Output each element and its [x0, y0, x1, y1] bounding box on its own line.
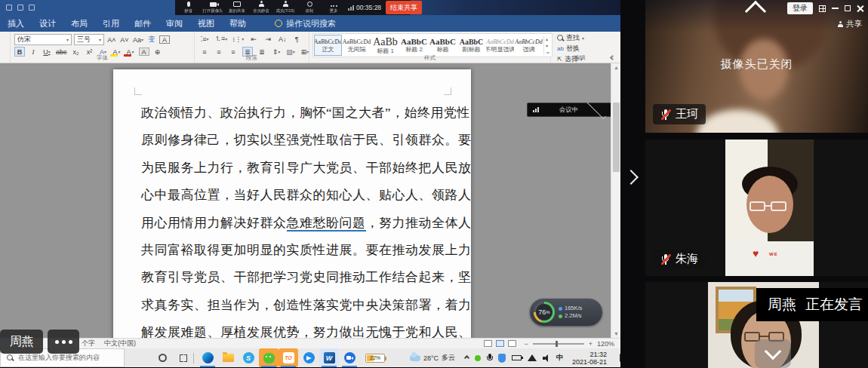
phonetic-guide-icon[interactable]: 变	[146, 35, 157, 44]
increase-indent-icon[interactable]: ⇥	[263, 34, 273, 44]
record-button[interactable]: 录制	[300, 1, 319, 14]
members-button[interactable]: 成员(7/15)	[275, 1, 295, 14]
tab-layout[interactable]: 布局	[63, 15, 95, 32]
tab-design[interactable]: 设计	[32, 15, 63, 32]
read-mode-icon[interactable]	[484, 340, 492, 347]
grow-font-icon[interactable]: A˄	[106, 35, 117, 44]
share-button[interactable]: 共享	[837, 19, 862, 29]
layout-grid-icon[interactable]	[819, 5, 826, 12]
tray-wifi-icon[interactable]	[528, 354, 537, 361]
styles-scroll-up-icon[interactable]: ▴	[546, 36, 549, 41]
performance-widget[interactable]: 76% 165K/s 2.2M/s	[530, 299, 602, 326]
redo-icon[interactable]	[29, 5, 35, 11]
maximize-icon[interactable]	[845, 5, 851, 11]
word-count[interactable]: 个字	[82, 339, 95, 348]
font-name-combo[interactable]: 仿宋▾	[14, 34, 72, 45]
taskbar-clock[interactable]: 21:32 2021-08-21	[568, 348, 607, 367]
file-explorer-button[interactable]	[218, 348, 238, 367]
style-title[interactable]: AaBbC标题	[429, 35, 457, 56]
style-heading1[interactable]: AaBb标题 1	[371, 35, 399, 56]
zoom-out-icon[interactable]: −	[524, 340, 528, 348]
panel-window-controls: 登录	[787, 2, 863, 14]
tab-help[interactable]: 帮助	[222, 15, 254, 32]
camera-button[interactable]: 打开摄像头	[203, 1, 223, 14]
find-button[interactable]: 查找▾	[557, 33, 584, 43]
bullets-icon[interactable]: ⁚≡▾	[199, 34, 210, 44]
browser-360-button[interactable]: S	[239, 348, 258, 367]
new-share-button[interactable]: 新的共享	[227, 1, 247, 14]
ime-indicator[interactable]: 中	[556, 353, 563, 363]
video-tile-zhouyan[interactable]: 周燕 正在发言	[645, 282, 868, 368]
scroll-down-button[interactable]	[755, 339, 791, 368]
floating-participant-chip[interactable]: 周燕	[0, 330, 43, 354]
show-marks-icon[interactable]: ¶	[291, 34, 302, 44]
scroll-up-icon[interactable]: ▲	[614, 65, 619, 70]
document-scrollbar[interactable]: ▲ ▼	[611, 63, 620, 338]
quick-access-toolbar[interactable]	[6, 5, 35, 11]
print-layout-icon[interactable]	[496, 340, 504, 347]
language-status[interactable]: 中文(中国)	[104, 339, 136, 348]
scroll-down-icon[interactable]: ▼	[614, 331, 619, 336]
cortana-button[interactable]	[152, 348, 172, 367]
style-no-spacing[interactable]: AaBbCcDd无间隔	[343, 35, 371, 56]
to-app-button[interactable]: TO	[279, 348, 298, 367]
mute-button[interactable]: 静音	[179, 1, 199, 14]
hidden-icons-chevron[interactable]	[464, 355, 469, 360]
style-heading2[interactable]: AaBbC标题 2	[400, 35, 428, 56]
tray-battery-icon[interactable]	[512, 355, 522, 360]
character-border-icon[interactable]: A	[159, 35, 170, 44]
weather-widget[interactable]: 28°C 多云	[410, 348, 455, 367]
numbering-icon[interactable]: ⒈≡▾	[214, 34, 228, 44]
panel-collapse-strip[interactable]	[620, 0, 645, 368]
meeting-status-pill[interactable]: 会议中	[527, 103, 614, 117]
web-layout-icon[interactable]	[508, 340, 516, 347]
shrink-font-icon[interactable]: A˅	[119, 35, 130, 44]
multilevel-list-icon[interactable]: ⁝⋮▾	[232, 34, 245, 44]
end-share-button[interactable]: 结束共享	[386, 1, 422, 14]
tab-mailings[interactable]: 邮件	[127, 15, 159, 32]
scrollbar-thumb[interactable]	[613, 103, 620, 172]
tray-green-dot-icon[interactable]	[475, 355, 481, 361]
tray-mic-icon[interactable]	[487, 354, 492, 363]
font-size-combo[interactable]: 三号▾	[74, 34, 104, 45]
video-tile-zhuhai[interactable]: ♥WE 朱海	[645, 140, 868, 276]
muted-mic-icon	[660, 109, 670, 121]
document-text[interactable]: 政治领悟力、政治执行力，胸怀“国之大者”，始终用党性 原则修身律己，切实以坚强党…	[141, 100, 446, 338]
style-subtle-emphasis[interactable]: AaBbCcDd不明显强调	[486, 35, 514, 56]
battery-widget[interactable]: 22%	[362, 348, 388, 367]
styles-scroll-down-icon[interactable]: ▾	[546, 43, 549, 48]
save-icon[interactable]	[6, 5, 12, 11]
meeting-app-button[interactable]	[340, 348, 359, 367]
change-case-icon[interactable]: Aa▾	[132, 35, 144, 44]
send-app-button[interactable]	[299, 348, 319, 367]
mute-all-button[interactable]: 全员静音	[251, 1, 271, 14]
tab-view[interactable]: 视图	[190, 15, 222, 32]
collapse-ribbon-icon[interactable]	[610, 55, 615, 60]
zoom-in-icon[interactable]: +	[589, 340, 593, 348]
style-subtitle[interactable]: AaBbC副标题	[457, 35, 485, 56]
word-taskbar-button[interactable]: W	[319, 348, 339, 367]
floating-more-chip[interactable]	[48, 330, 79, 354]
tray-shield-icon[interactable]	[498, 354, 506, 363]
tab-references[interactable]: 引用	[95, 15, 127, 32]
close-icon[interactable]	[857, 5, 863, 12]
style-normal[interactable]: AaBbCcDd正文	[314, 35, 342, 56]
login-button[interactable]: 登录	[787, 2, 813, 14]
zoom-slider[interactable]	[533, 343, 584, 345]
edge-button[interactable]	[198, 348, 217, 367]
style-emphasis[interactable]: AaBbCcDd强调	[515, 35, 543, 56]
decrease-indent-icon[interactable]: ⇤	[248, 34, 259, 44]
wechat-button[interactable]	[259, 348, 279, 367]
undo-icon[interactable]	[17, 5, 23, 11]
more-button[interactable]: 更多	[324, 1, 343, 14]
tell-me-search[interactable]: 操作说明搜索	[286, 18, 336, 29]
zoom-level[interactable]: 120%	[597, 340, 614, 348]
tab-insert[interactable]: 插入	[0, 15, 32, 32]
document-page[interactable]: 政治领悟力、政治执行力，胸怀“国之大者”，始终用党性 原则修身律己，切实以坚强党…	[113, 69, 471, 338]
video-tile-wangke[interactable]: 登录 共享 摄像头已关闭 王珂	[645, 0, 868, 133]
replace-button[interactable]: ab替换	[557, 44, 584, 54]
sort-icon[interactable]: A↓	[277, 34, 288, 44]
tab-review[interactable]: 审阅	[159, 15, 190, 32]
minimize-icon[interactable]	[832, 8, 839, 9]
tray-speaker-icon[interactable]	[543, 354, 550, 362]
